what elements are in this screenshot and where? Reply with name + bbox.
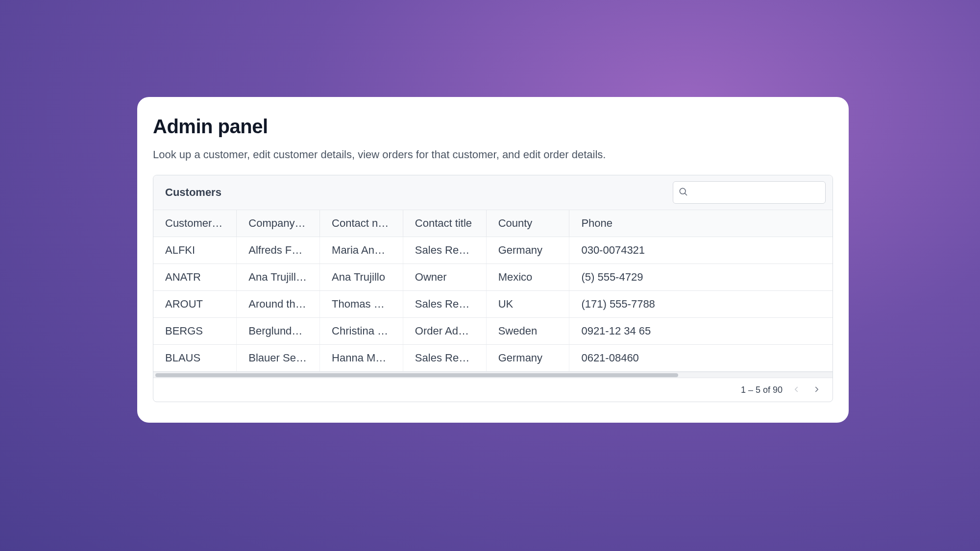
table-row[interactable]: ANATRAna Trujillo Emparedados y heladosA… bbox=[153, 264, 833, 291]
admin-panel-card: Admin panel Look up a customer, edit cus… bbox=[137, 97, 849, 423]
cell-contact: Thomas Hardy bbox=[320, 291, 403, 318]
cell-contact: Ana Trujillo bbox=[320, 264, 403, 291]
cell-title: Sales Representative bbox=[403, 291, 486, 318]
cell-county: Sweden bbox=[486, 318, 569, 345]
cell-phone: 030-0074321 bbox=[569, 237, 833, 264]
cell-id: BLAUS bbox=[153, 345, 237, 372]
customers-table: Customer IDCompany nameContact nameConta… bbox=[153, 210, 833, 372]
column-header[interactable]: Company name bbox=[237, 210, 320, 237]
horizontal-scrollbar[interactable] bbox=[153, 372, 833, 378]
cell-company: Alfreds Futterkiste bbox=[237, 237, 320, 264]
chevron-right-icon bbox=[812, 385, 821, 395]
table-row[interactable]: BERGSBerglunds snabbköpChristina Berglun… bbox=[153, 318, 833, 345]
cell-county: Germany bbox=[486, 345, 569, 372]
cell-county: Mexico bbox=[486, 264, 569, 291]
cell-company: Blauer See Delikatessen bbox=[237, 345, 320, 372]
column-header[interactable]: Contact name bbox=[320, 210, 403, 237]
grid-title: Customers bbox=[165, 186, 221, 199]
cell-phone: (5) 555-4729 bbox=[569, 264, 833, 291]
table-row[interactable]: ALFKIAlfreds FutterkisteMaria AndersSale… bbox=[153, 237, 833, 264]
cell-contact: Maria Anders bbox=[320, 237, 403, 264]
cell-phone: 0921-12 34 65 bbox=[569, 318, 833, 345]
customers-grid: Customers Customer IDCompany nameContact… bbox=[153, 175, 833, 402]
cell-company: Around the Horn bbox=[237, 291, 320, 318]
cell-company: Berglunds snabbköp bbox=[237, 318, 320, 345]
cell-phone: 0621-08460 bbox=[569, 345, 833, 372]
cell-company: Ana Trujillo Emparedados y helados bbox=[237, 264, 320, 291]
cell-id: BERGS bbox=[153, 318, 237, 345]
cell-title: Sales Representative bbox=[403, 237, 486, 264]
svg-point-0 bbox=[680, 188, 686, 194]
grid-footer: 1 – 5 of 90 bbox=[153, 378, 833, 402]
grid-toolbar: Customers bbox=[153, 175, 833, 210]
cell-id: AROUT bbox=[153, 291, 237, 318]
cell-contact: Hanna Moos bbox=[320, 345, 403, 372]
search-input[interactable] bbox=[692, 188, 820, 198]
chevron-left-icon bbox=[792, 385, 801, 395]
cell-title: Owner bbox=[403, 264, 486, 291]
cell-county: Germany bbox=[486, 237, 569, 264]
page-title: Admin panel bbox=[153, 116, 833, 138]
svg-line-1 bbox=[685, 193, 687, 195]
column-header[interactable]: County bbox=[486, 210, 569, 237]
table-header-row: Customer IDCompany nameContact nameConta… bbox=[153, 210, 833, 237]
column-header[interactable]: Contact title bbox=[403, 210, 486, 237]
column-header[interactable]: Customer ID bbox=[153, 210, 237, 237]
scrollbar-thumb[interactable] bbox=[155, 373, 678, 377]
prev-page-button[interactable] bbox=[789, 383, 803, 397]
cell-id: ALFKI bbox=[153, 237, 237, 264]
pagination-range: 1 – 5 of 90 bbox=[741, 385, 783, 395]
column-header[interactable]: Phone bbox=[569, 210, 833, 237]
cell-title: Order Administrator bbox=[403, 318, 486, 345]
cell-phone: (171) 555-7788 bbox=[569, 291, 833, 318]
page-subtitle: Look up a customer, edit customer detail… bbox=[153, 148, 833, 161]
table-row[interactable]: AROUTAround the HornThomas HardySales Re… bbox=[153, 291, 833, 318]
next-page-button[interactable] bbox=[810, 383, 824, 397]
search-box[interactable] bbox=[673, 181, 826, 204]
cell-id: ANATR bbox=[153, 264, 237, 291]
table-row[interactable]: BLAUSBlauer See DelikatessenHanna MoosSa… bbox=[153, 345, 833, 372]
search-icon bbox=[678, 187, 688, 198]
cell-title: Sales Representative bbox=[403, 345, 486, 372]
cell-county: UK bbox=[486, 291, 569, 318]
cell-contact: Christina Berglund bbox=[320, 318, 403, 345]
